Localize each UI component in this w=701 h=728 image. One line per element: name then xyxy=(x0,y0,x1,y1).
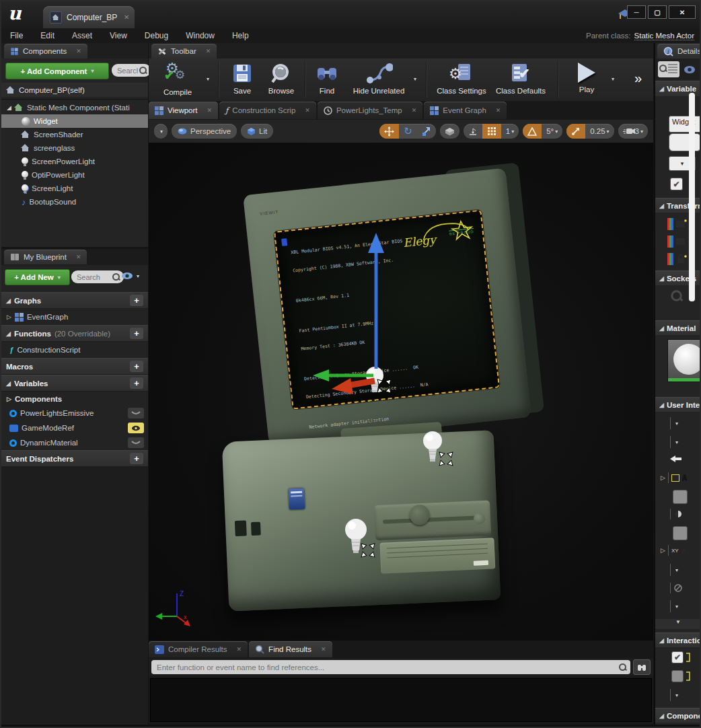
find-in-blueprints-button[interactable] xyxy=(633,659,651,675)
viewport-3d[interactable]: VIEWIT XBL Modular BIOS v4.51, An Elegy … xyxy=(149,143,653,641)
find-results-list[interactable] xyxy=(150,678,652,722)
socket-search-icon[interactable] xyxy=(673,292,680,301)
ui-anchor-row[interactable] xyxy=(670,455,682,463)
toolbar-tab-close-icon[interactable]: ✕ xyxy=(206,48,211,54)
toolbar-tab[interactable]: Toolbar ✕ xyxy=(151,44,217,59)
class-settings-button[interactable]: ⚙ Class Settings xyxy=(434,63,489,95)
menu-view[interactable]: View xyxy=(101,31,136,40)
gizmo-x-axis[interactable] xyxy=(332,378,375,394)
browse-button[interactable]: Browse xyxy=(262,63,301,95)
rotation-row[interactable] xyxy=(667,235,687,248)
interaction-dropdown-row[interactable]: ▾ xyxy=(670,689,678,701)
tab-close-icon[interactable]: ✕ xyxy=(321,646,326,653)
rotation-snap-value-button[interactable]: 5°▾ xyxy=(542,124,562,139)
add-dispatcher-button[interactable]: + xyxy=(130,453,143,464)
graphs-section-header[interactable]: ◢ Graphs + xyxy=(1,292,148,309)
gizmo-z-axis[interactable] xyxy=(368,233,384,369)
details-tab[interactable]: i Details xyxy=(657,44,701,59)
tab-close-icon[interactable]: ✕ xyxy=(496,107,501,114)
components-tab-close-icon[interactable]: ✕ xyxy=(76,48,81,54)
component-row-optipowerlight[interactable]: OptiPowerLight xyxy=(1,168,148,182)
my-blueprint-search-input[interactable] xyxy=(75,272,112,282)
ui-dropdown-row[interactable]: ▾ xyxy=(670,564,678,576)
component-row-screenshader[interactable]: ScreenShader xyxy=(1,128,148,141)
menu-debug[interactable]: Debug xyxy=(136,31,177,40)
variable-row-dynamicmaterial[interactable]: DynamicMaterial xyxy=(1,435,148,450)
maximize-button[interactable]: ▢ xyxy=(648,5,667,19)
ui-color-swatch[interactable] xyxy=(673,490,688,504)
menu-asset[interactable]: Asset xyxy=(63,31,101,40)
components-tab[interactable]: Components ✕ xyxy=(4,44,87,59)
component-row-static-mesh[interactable]: ◢ Static Mesh Component (Stati xyxy=(1,101,148,114)
components-search-input[interactable] xyxy=(116,66,139,75)
camera-speed-button[interactable]: 3▾ xyxy=(618,124,648,139)
variables-section-header[interactable]: ◢ Variables + xyxy=(1,375,148,392)
functions-section-header[interactable]: ◢ Functions (20 Overridable) + xyxy=(1,325,148,342)
tab-close-icon[interactable]: ✕ xyxy=(412,107,417,114)
ui-color-swatch[interactable] xyxy=(673,526,688,540)
scale-row[interactable] xyxy=(667,253,687,265)
tab-construction-script[interactable]: ƒ Construction Scrip ✕ xyxy=(219,102,316,119)
interaction-checkbox-row[interactable]: ✔ xyxy=(671,651,691,663)
class-defaults-button[interactable]: ✔ Class Defaults xyxy=(493,63,548,95)
tab-event-graph[interactable]: Event Graph ✕ xyxy=(424,102,507,119)
save-button[interactable]: Save xyxy=(224,63,260,95)
constructionscript-row[interactable]: ƒ ConstructionScript xyxy=(1,342,148,358)
details-scrollbar[interactable] xyxy=(689,93,695,301)
hide-unrelated-button[interactable]: Hide Unrelated xyxy=(348,63,410,95)
my-blueprint-search[interactable] xyxy=(71,270,124,283)
event-dispatchers-section-header[interactable]: Event Dispatchers + xyxy=(1,450,148,467)
viewport-options-button[interactable]: ▾ xyxy=(154,124,168,139)
find-button[interactable]: Find xyxy=(310,63,344,95)
eye-closed-icon[interactable] xyxy=(128,408,144,418)
variable-editable-checkbox[interactable]: ✔ xyxy=(670,178,683,190)
variable-row-gamemoderef[interactable]: GameModeRef xyxy=(1,421,148,435)
find-references-search[interactable] xyxy=(151,660,630,674)
tab-close-icon[interactable]: ✕ xyxy=(207,107,213,114)
play-options-dropdown-icon[interactable]: ▾ xyxy=(612,76,614,82)
lit-mode-button[interactable]: Lit xyxy=(241,124,273,139)
property-matrix-button[interactable] xyxy=(658,61,679,77)
ui-dropdown-row[interactable]: ▾ xyxy=(670,600,678,612)
ui-xy-expand-row[interactable]: ▷ XY A xyxy=(661,545,690,556)
add-macro-button[interactable]: + xyxy=(130,361,143,372)
variable-name-field[interactable]: Widget xyxy=(669,116,701,133)
component-row-screenpowerlight[interactable]: ScreenPowerLight xyxy=(1,155,148,168)
interaction-box-row[interactable] xyxy=(671,670,691,682)
section-user-interface[interactable]: ◢ User Interface xyxy=(655,397,701,412)
ui-material-row[interactable] xyxy=(670,583,682,593)
ui-expand-row[interactable]: ▷ A xyxy=(661,472,692,483)
add-function-button[interactable]: + xyxy=(130,328,143,339)
components-search[interactable] xyxy=(112,64,151,77)
eye-closed-icon[interactable] xyxy=(128,437,144,448)
move-tool-button[interactable] xyxy=(379,124,399,139)
play-button[interactable]: Play xyxy=(568,63,605,94)
tab-close-icon[interactable]: ✕ xyxy=(305,107,310,114)
add-new-button[interactable]: + Add New ▾ xyxy=(5,269,70,285)
add-graph-button[interactable]: + xyxy=(130,295,143,306)
display-filter-eye-icon[interactable] xyxy=(684,65,697,74)
add-variable-button[interactable]: + xyxy=(130,377,143,389)
world-local-toggle-button[interactable] xyxy=(440,124,459,139)
ui-dropdown-row[interactable]: ▾ xyxy=(670,417,678,429)
my-blueprint-tab-close-icon[interactable]: ✕ xyxy=(76,254,81,260)
variable-row-powerlightsemissive[interactable]: PowerLightsEmissive xyxy=(1,406,148,421)
tab-find-results[interactable]: Find Results ✕ xyxy=(249,641,332,657)
rotation-snap-toggle-button[interactable] xyxy=(523,124,542,139)
reset-to-default-icon[interactable] xyxy=(686,653,691,662)
macros-section-header[interactable]: Macros + xyxy=(1,358,148,375)
close-button[interactable]: ✕ xyxy=(669,5,696,19)
component-self-row[interactable]: Computer_BP(self) xyxy=(1,83,148,97)
tab-close-icon[interactable]: ✕ xyxy=(237,646,242,653)
add-component-button[interactable]: + Add Component ▾ xyxy=(5,63,109,79)
tab-powerlights-temp[interactable]: PowerLights_Temp ✕ xyxy=(318,102,422,119)
ui-dropdown-row[interactable]: ▾ xyxy=(670,436,678,448)
perspective-button[interactable]: Perspective xyxy=(172,124,237,139)
component-row-widget[interactable]: Widget xyxy=(1,114,148,128)
section-interaction[interactable]: ◢ Interaction xyxy=(655,632,701,647)
tab-close-icon[interactable]: ✕ xyxy=(124,13,129,21)
find-references-input[interactable] xyxy=(155,663,619,672)
tab-viewport[interactable]: Viewport ✕ xyxy=(149,102,218,119)
variable-tooltip-field[interactable] xyxy=(669,133,701,151)
tab-compiler-results[interactable]: Compiler Results ✕ xyxy=(149,641,248,657)
